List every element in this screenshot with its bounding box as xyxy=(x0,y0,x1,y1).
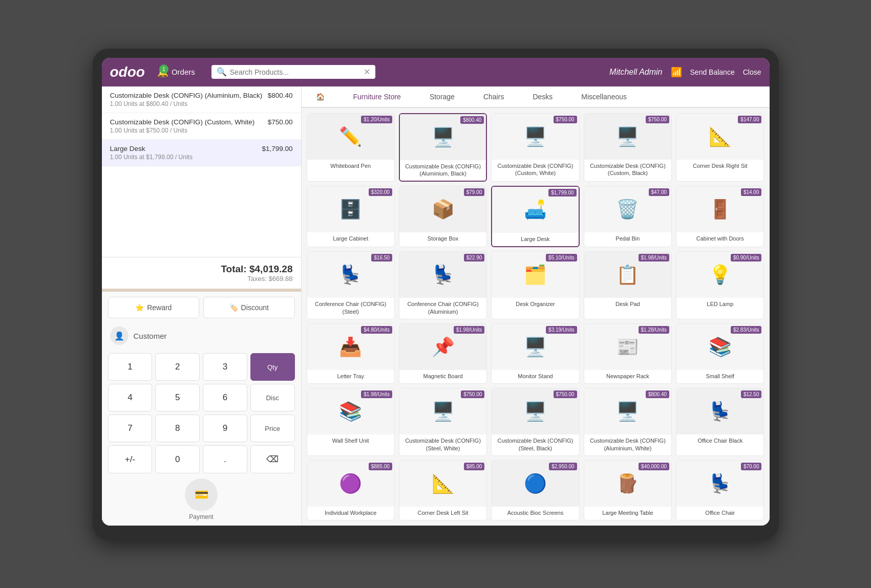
product-card[interactable]: $40,000.00 🪵 Large Meeting Table xyxy=(584,460,672,520)
num-3[interactable]: 3 xyxy=(203,353,247,381)
product-card[interactable]: $750.00 🖥️ Customizable Desk (CONFIG) (C… xyxy=(584,113,672,182)
product-name: Letter Tray xyxy=(307,370,394,383)
mode-qty[interactable]: Qty xyxy=(250,353,295,381)
price-badge: $2,950.00 xyxy=(549,463,577,470)
num-backspace[interactable]: ⌫ xyxy=(250,445,295,473)
tab-chairs[interactable]: Chairs xyxy=(469,86,518,108)
product-name: Large Cabinet xyxy=(307,232,394,246)
num-decimal[interactable]: . xyxy=(203,445,247,473)
product-card[interactable]: $2.83/Units 📚 Small Shelf xyxy=(676,323,764,384)
product-emoji: 📰 xyxy=(616,336,639,358)
tab-storage[interactable]: Storage xyxy=(415,86,469,108)
product-emoji: 📦 xyxy=(432,199,455,220)
product-emoji: 💡 xyxy=(709,264,732,286)
search-clear-icon[interactable]: ✕ xyxy=(364,67,370,77)
product-card[interactable]: $47.00 🗑️ Pedal Bin xyxy=(584,186,672,247)
num-plusminus[interactable]: +/- xyxy=(108,445,153,473)
product-name: Large Meeting Table xyxy=(584,507,671,520)
mode-disc[interactable]: Disc xyxy=(250,384,295,411)
discount-label: Discount xyxy=(241,303,269,312)
discount-button[interactable]: 🏷️ Discount xyxy=(203,297,295,318)
mode-price[interactable]: Price xyxy=(250,415,295,442)
product-image: $750.00 🖥️ xyxy=(492,388,579,434)
product-card[interactable]: $4.80/Units 📥 Letter Tray xyxy=(307,323,395,384)
product-emoji: 🖥️ xyxy=(524,126,547,147)
product-card[interactable]: $3.19/Units 🖥️ Monitor Stand xyxy=(491,323,579,384)
product-name: Customizable Desk (CONFIG) (Custom, Whit… xyxy=(492,160,579,181)
left-panel: Customizable Desk (CONFIG) (Aluminium, B… xyxy=(102,86,302,526)
order-item[interactable]: Customizable Desk (CONFIG) (Custom, Whit… xyxy=(102,113,301,140)
num-4[interactable]: 4 xyxy=(108,384,153,411)
tab-desks[interactable]: Desks xyxy=(518,86,567,108)
orders-label: Orders xyxy=(172,68,195,76)
product-card[interactable]: $1.98/Units 📌 Magnetic Board xyxy=(399,323,487,384)
product-name: Newspaper Rack xyxy=(584,370,671,383)
tab-miscellaneous[interactable]: Miscellaneous xyxy=(567,86,641,108)
numpad-area: ⭐ Reward 🏷️ Discount 👤 Customer xyxy=(102,292,301,526)
product-name: Whiteboard Pen xyxy=(307,160,394,173)
product-image: $320.00 🗄️ xyxy=(307,186,394,232)
product-card[interactable]: $16.50 💺 Conference Chair (CONFIG) (Stee… xyxy=(307,251,395,319)
product-name: Acoustic Bioc Screens xyxy=(492,507,579,520)
product-card[interactable]: $1.20/Units ✏️ Whiteboard Pen xyxy=(307,113,395,182)
product-card[interactable]: $750.00 🖥️ Customizable Desk (CONFIG) (S… xyxy=(399,388,487,456)
price-badge: $3.19/Units xyxy=(546,326,577,334)
product-card[interactable]: $85.00 📐 Corner Desk Left Sit xyxy=(399,460,487,520)
product-name: Conference Chair (CONFIG) (Steel) xyxy=(307,298,394,319)
orders-button[interactable]: 1 🔔 Orders xyxy=(151,63,201,81)
product-card[interactable]: $800.40 🖥️ Customizable Desk (CONFIG) (A… xyxy=(399,113,487,182)
payment-button[interactable]: 💳 xyxy=(185,478,218,511)
product-card[interactable]: $22.90 💺 Conference Chair (CONFIG) (Alum… xyxy=(399,251,487,319)
product-card[interactable]: $750.00 🖥️ Customizable Desk (CONFIG) (C… xyxy=(491,113,579,182)
product-emoji: 📋 xyxy=(616,264,639,286)
product-card[interactable]: $5.10/Units 🗂️ Desk Organizer xyxy=(491,251,579,319)
num-8[interactable]: 8 xyxy=(155,415,200,442)
num-2[interactable]: 2 xyxy=(155,353,200,381)
order-item-details: 1.00 Units at $1,799.00 / Units xyxy=(110,154,293,161)
product-card[interactable]: $147.00 📐 Corner Desk Right Sit xyxy=(676,113,764,182)
product-card[interactable]: $1.98/Units 📋 Desk Pad xyxy=(584,251,672,319)
num-5[interactable]: 5 xyxy=(155,384,200,411)
product-card[interactable]: $800.40 🖥️ Customizable Desk (CONFIG) (A… xyxy=(584,388,672,456)
product-card[interactable]: $2,950.00 🔵 Acoustic Bioc Screens xyxy=(491,460,579,520)
product-card[interactable]: $1.98/Units 📚 Wall Shelf Unit xyxy=(307,388,395,456)
order-item-price: $1,799.00 xyxy=(262,145,292,153)
product-name: Office Chair xyxy=(676,507,763,520)
product-image: $14.00 🚪 xyxy=(676,186,763,232)
product-card[interactable]: $1,799.00 🛋️ Large Desk xyxy=(491,186,579,247)
product-image: $22.90 💺 xyxy=(399,252,486,298)
product-card[interactable]: $14.00 🚪 Cabinet with Doors xyxy=(676,186,764,247)
product-card[interactable]: $885.00 🟣 Individual Workplace xyxy=(307,460,395,520)
product-name: Conference Chair (CONFIG) (Aluminium) xyxy=(399,298,486,319)
tab-furniture-store[interactable]: Furniture Store xyxy=(339,86,415,108)
num-1[interactable]: 1 xyxy=(108,353,153,381)
product-card[interactable]: $0.90/Units 💡 LED Lamp xyxy=(676,251,764,319)
order-item[interactable]: Large Desk $1,799.00 1.00 Units at $1,79… xyxy=(102,140,301,166)
product-card[interactable]: $750.00 🖥️ Customizable Desk (CONFIG) (S… xyxy=(491,388,579,456)
num-6[interactable]: 6 xyxy=(203,384,247,411)
num-9[interactable]: 9 xyxy=(203,415,247,442)
search-input[interactable] xyxy=(230,68,360,76)
product-card[interactable]: $70.00 💺 Office Chair xyxy=(676,460,764,520)
product-card[interactable]: $79.00 📦 Storage Box xyxy=(399,186,487,247)
product-image: $16.50 💺 xyxy=(307,252,394,298)
product-name: Corner Desk Right Sit xyxy=(676,160,763,173)
product-name: Wall Shelf Unit xyxy=(307,434,394,448)
tab-home[interactable]: 🏠 xyxy=(302,86,339,108)
product-name: Monitor Stand xyxy=(492,370,579,383)
product-emoji: 🪵 xyxy=(616,473,639,494)
send-balance-button[interactable]: Send Balance xyxy=(690,68,735,76)
product-image: $750.00 🖥️ xyxy=(399,388,486,434)
search-bar: 🔍 ✕ xyxy=(211,65,375,79)
num-7[interactable]: 7 xyxy=(108,415,153,442)
product-emoji: 🟣 xyxy=(339,473,362,494)
order-item[interactable]: Customizable Desk (CONFIG) (Aluminium, B… xyxy=(102,86,301,113)
product-card[interactable]: $12.50 💺 Office Chair Black xyxy=(676,388,764,456)
product-card[interactable]: $320.00 🗄️ Large Cabinet xyxy=(307,186,395,247)
customer-label[interactable]: Customer xyxy=(134,332,167,340)
product-emoji: 🖥️ xyxy=(524,401,547,422)
reward-button[interactable]: ⭐ Reward xyxy=(108,297,200,318)
close-button[interactable]: Close xyxy=(743,68,761,76)
product-card[interactable]: $1.28/Units 📰 Newspaper Rack xyxy=(584,323,672,384)
num-0[interactable]: 0 xyxy=(155,445,200,473)
